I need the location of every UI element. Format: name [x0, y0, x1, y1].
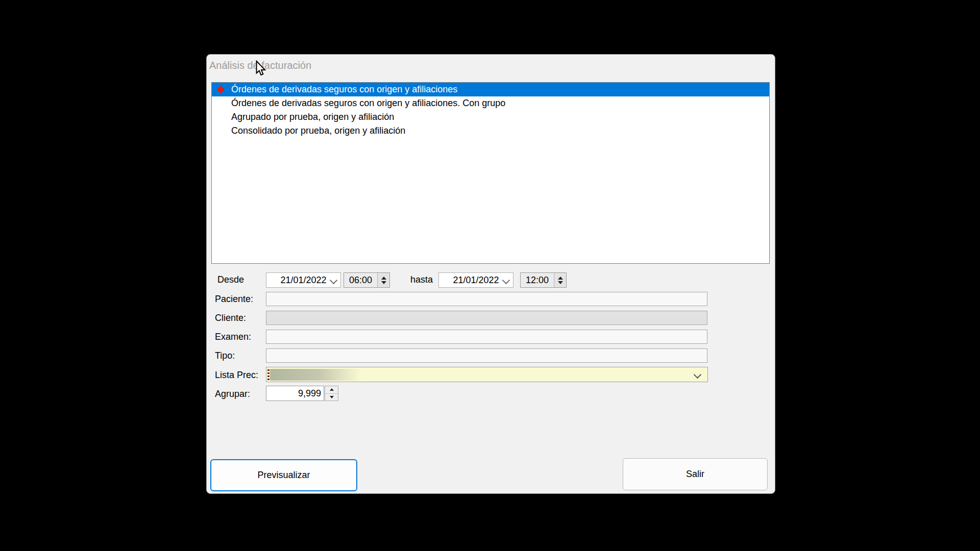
- redacted-value-blob: [270, 369, 361, 381]
- spin-down-icon: [330, 396, 334, 398]
- chevron-down-icon: [502, 277, 510, 285]
- previsualizar-button-label: Previsualizar: [257, 470, 310, 481]
- paciente-label: Paciente:: [215, 294, 253, 305]
- lista-prec-label: Lista Prec:: [215, 370, 258, 381]
- tipo-label: Tipo:: [215, 350, 235, 361]
- spin-up-icon: [558, 277, 563, 280]
- tipo-input[interactable]: [266, 348, 707, 363]
- hasta-date-value: 21/01/2022: [453, 275, 499, 286]
- redacted-text-fragment: [267, 369, 270, 380]
- list-item[interactable]: Órdenes de derivadas seguros con origen …: [212, 83, 769, 96]
- chevron-down-icon: [694, 371, 702, 379]
- list-item[interactable]: Órdenes de derivadas seguros con origen …: [212, 96, 769, 110]
- time-updown-buttons[interactable]: [377, 273, 389, 287]
- list-item-label: Órdenes de derivadas seguros con origen …: [231, 98, 505, 108]
- agrupar-label: Agrupar:: [215, 389, 250, 399]
- agrupar-row: Agrupar: 9,999: [207, 386, 776, 401]
- list-item[interactable]: Agrupado por prueba, origen y afiliación: [212, 110, 769, 124]
- hasta-time-spinner[interactable]: 12:00: [520, 272, 567, 288]
- desde-time-spinner[interactable]: 06:00: [344, 272, 390, 288]
- paciente-row: Paciente:: [207, 292, 776, 306]
- list-item-label: Órdenes de derivadas seguros con origen …: [231, 84, 457, 94]
- desde-date-picker[interactable]: 21/01/2022: [266, 272, 341, 288]
- lista-prec-combobox[interactable]: [266, 367, 708, 382]
- paciente-input[interactable]: [266, 292, 707, 306]
- spin-up-button[interactable]: [325, 386, 338, 394]
- date-range-row: Desde 21/01/2022 06:00 hasta 21/01/2022 …: [207, 272, 776, 288]
- spin-down-icon: [381, 281, 386, 284]
- salir-button-label: Salir: [686, 469, 704, 480]
- tipo-row: Tipo:: [207, 348, 776, 363]
- spin-down-icon: [558, 281, 563, 284]
- spin-up-icon: [381, 277, 386, 280]
- chevron-down-icon: [330, 277, 338, 285]
- cliente-label: Cliente:: [215, 313, 246, 323]
- hasta-time-value: 12:00: [521, 275, 554, 286]
- selected-diamond-icon: [217, 86, 225, 94]
- time-updown-buttons[interactable]: [554, 273, 566, 287]
- cliente-row: Cliente:: [207, 311, 776, 325]
- list-item[interactable]: Consolidado por prueba, origen y afiliac…: [212, 124, 769, 138]
- agrupar-updown-buttons[interactable]: [325, 386, 338, 401]
- lista-prec-row: Lista Prec:: [207, 367, 776, 382]
- cliente-input: [266, 311, 707, 325]
- previsualizar-button[interactable]: Previsualizar: [210, 459, 357, 491]
- desde-time-value: 06:00: [344, 275, 377, 286]
- agrupar-input[interactable]: 9,999: [266, 386, 324, 401]
- list-item-label: Agrupado por prueba, origen y afiliación: [231, 112, 394, 122]
- mouse-cursor-icon: [255, 60, 267, 77]
- list-item-label: Consolidado por prueba, origen y afiliac…: [231, 126, 405, 136]
- salir-button[interactable]: Salir: [623, 458, 768, 490]
- spin-up-icon: [330, 388, 334, 391]
- examen-input[interactable]: [266, 330, 707, 344]
- hasta-label: hasta: [410, 274, 433, 285]
- analisis-facturacion-dialog: Análisis de facturación Órdenes de deriv…: [206, 54, 775, 494]
- examen-row: Examen:: [207, 330, 776, 344]
- desde-date-value: 21/01/2022: [280, 275, 326, 286]
- desde-label: Desde: [217, 274, 244, 285]
- report-listbox[interactable]: Órdenes de derivadas seguros con origen …: [211, 82, 770, 264]
- examen-label: Examen:: [215, 332, 251, 342]
- spin-down-button[interactable]: [325, 394, 338, 401]
- hasta-date-picker[interactable]: 21/01/2022: [438, 272, 513, 288]
